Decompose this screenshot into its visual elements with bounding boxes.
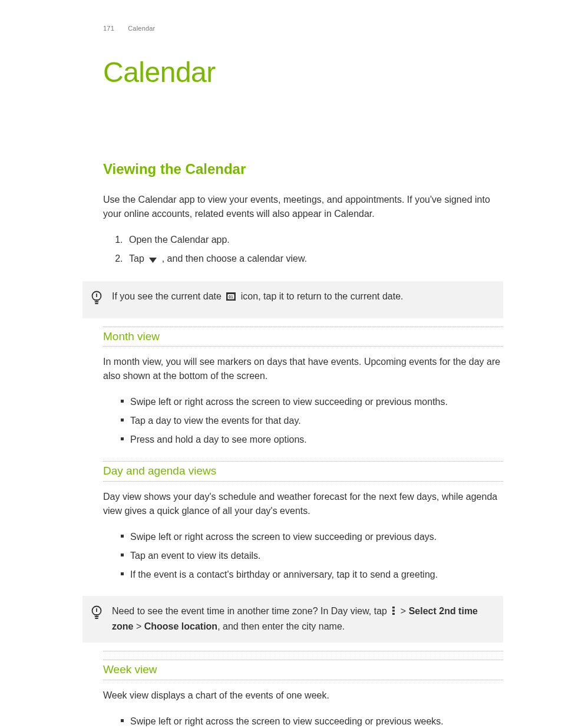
- tip-text-b: icon, tap it to return to the current da…: [241, 291, 404, 301]
- list-item: Swipe left or right across the screen to…: [121, 713, 503, 728]
- list-text: Swipe left or right across the screen to…: [130, 716, 444, 726]
- steps-list: Open the Calendar app. Tap , and then ch…: [125, 232, 503, 271]
- svg-rect-7: [392, 607, 395, 608]
- intro-paragraph: Use the Calendar app to view your events…: [103, 193, 503, 221]
- list-item: If the event is a contact's birthday or …: [121, 566, 503, 585]
- tip-sep1: >: [401, 606, 409, 616]
- list-text: Tap an event to view its details.: [130, 551, 260, 561]
- subsection-heading: Day and agenda views: [103, 463, 503, 480]
- tip-bold2: Choose location: [144, 621, 217, 631]
- step-text-b: , and then choose a calendar view.: [162, 253, 307, 263]
- tip-text-a: Need to see the event time in another ti…: [112, 606, 389, 616]
- svg-rect-9: [392, 612, 395, 614]
- lightbulb-icon: [91, 604, 104, 625]
- subsection-month: Month view In month view, you will see m…: [103, 327, 503, 451]
- subsection-week: Week view Week view displays a chart of …: [103, 660, 503, 728]
- tip-callout: Need to see the event time in another ti…: [82, 596, 503, 643]
- section-heading: Viewing the Calendar: [103, 159, 503, 180]
- dropdown-triangle-icon: [149, 253, 157, 267]
- divider: [103, 651, 503, 651]
- lightbulb-icon: [91, 289, 104, 310]
- step-item: Tap , and then choose a calendar view.: [125, 251, 503, 271]
- overflow-menu-icon: [392, 605, 395, 620]
- subsection-intro: Week view displays a chart of the events…: [103, 689, 503, 703]
- list-text: Swipe left or right across the screen to…: [130, 397, 448, 407]
- list-text: Swipe left or right across the screen to…: [130, 532, 437, 542]
- svg-text:01: 01: [229, 294, 234, 298]
- step-text: Open the Calendar app.: [129, 235, 230, 245]
- step-text-a: Tap: [129, 253, 147, 263]
- bullet-list: Swipe left or right across the screen to…: [121, 529, 503, 585]
- running-header: 171 Calendar: [103, 24, 503, 34]
- list-text: Tap a day to view the events for that da…: [130, 416, 301, 426]
- tip-callout: If you see the current date 01 icon, tap…: [82, 281, 503, 318]
- subsection-heading: Week view: [103, 661, 503, 678]
- step-item: Open the Calendar app.: [125, 232, 503, 251]
- subsection-heading: Month view: [103, 328, 503, 345]
- chapter-title: Calendar: [103, 51, 503, 94]
- subsection-day: Day and agenda views Day view shows your…: [103, 461, 503, 585]
- list-item: Swipe left or right across the screen to…: [121, 394, 503, 413]
- list-item: Tap a day to view the events for that da…: [121, 413, 503, 431]
- subsection-intro: In month view, you will see markers on d…: [103, 355, 503, 383]
- subsection-intro: Day view shows your day's schedule and w…: [103, 490, 503, 518]
- list-text: Press and hold a day to see more options…: [130, 434, 307, 444]
- svg-rect-8: [392, 610, 395, 611]
- list-item: Swipe left or right across the screen to…: [121, 529, 503, 548]
- tip-text-d: , and then enter the city name.: [217, 621, 345, 631]
- list-text: If the event is a contact's birthday or …: [130, 569, 438, 579]
- current-date-icon: 01: [226, 291, 236, 305]
- tip-sep2: >: [133, 621, 144, 631]
- chapter-reference: Calendar: [128, 25, 155, 32]
- list-item: Press and hold a day to see more options…: [121, 431, 503, 450]
- list-item: Tap an event to view its details.: [121, 548, 503, 566]
- bullet-list: Swipe left or right across the screen to…: [121, 713, 503, 728]
- page-number: 171: [103, 25, 114, 32]
- tip-text-a: If you see the current date: [112, 291, 224, 301]
- bullet-list: Swipe left or right across the screen to…: [121, 394, 503, 450]
